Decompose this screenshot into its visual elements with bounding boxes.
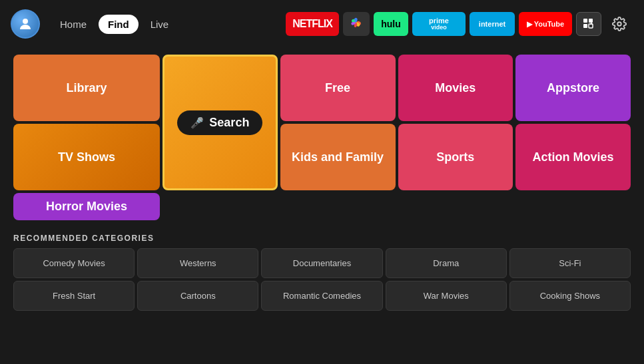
brand-logos: NETFLIX hulu prime video internet ▶ YouT… bbox=[286, 12, 633, 36]
nav-live[interactable]: Live bbox=[141, 15, 178, 34]
nav-find[interactable]: Find bbox=[99, 15, 139, 34]
library-button[interactable]: Library bbox=[13, 55, 160, 121]
movies-label: Movies bbox=[435, 81, 476, 95]
rec-war-movies[interactable]: War Movies bbox=[386, 281, 507, 311]
kids-label: Kids and Family bbox=[292, 150, 384, 164]
rec-sci-fi[interactable]: Sci-Fi bbox=[509, 248, 631, 278]
tv-shows-label: TV Shows bbox=[58, 150, 115, 164]
movies-button[interactable]: Movies bbox=[398, 55, 513, 121]
free-label: Free bbox=[325, 81, 350, 95]
top-navigation: Home Find Live NETFLIX hulu prime video … bbox=[0, 0, 644, 48]
free-button[interactable]: Free bbox=[280, 55, 396, 121]
nav-links: Home Find Live bbox=[51, 15, 178, 34]
tv-shows-button[interactable]: TV Shows bbox=[13, 124, 160, 190]
youtube-button[interactable]: ▶ YouTube bbox=[519, 12, 572, 36]
rec-cartoons[interactable]: Cartoons bbox=[137, 281, 258, 311]
internet-button[interactable]: internet bbox=[470, 12, 515, 36]
action-movies-button[interactable]: Action Movies bbox=[515, 124, 631, 190]
action-label: Action Movies bbox=[533, 150, 614, 164]
kids-family-button[interactable]: Kids and Family bbox=[280, 124, 396, 190]
hulu-button[interactable]: hulu bbox=[374, 12, 408, 36]
recommended-title: RECOMMENDED CATEGORIES bbox=[13, 234, 631, 243]
apps-grid-button[interactable] bbox=[576, 12, 601, 36]
svg-rect-3 bbox=[589, 19, 593, 23]
appstore-button[interactable]: Appstore bbox=[515, 55, 631, 121]
settings-button[interactable] bbox=[605, 12, 633, 36]
svg-point-8 bbox=[617, 22, 621, 26]
appstore-label: Appstore bbox=[547, 81, 599, 95]
prime-button[interactable]: prime video bbox=[412, 12, 466, 36]
search-inner: 🎤 Search bbox=[177, 110, 262, 135]
nav-home[interactable]: Home bbox=[51, 15, 96, 34]
horror-movies-button[interactable]: Horror Movies bbox=[13, 193, 160, 220]
rec-drama[interactable]: Drama bbox=[386, 248, 507, 278]
sports-label: Sports bbox=[436, 150, 474, 164]
svg-rect-4 bbox=[583, 24, 587, 28]
rec-cooking-shows[interactable]: Cooking Shows bbox=[509, 281, 631, 311]
recommended-section: RECOMMENDED CATEGORIES Comedy Movies Wes… bbox=[13, 234, 631, 311]
search-button[interactable]: 🎤 Search bbox=[162, 55, 278, 190]
svg-rect-2 bbox=[583, 19, 587, 23]
main-grid: 🎤 Search Library Free Movies Appstore TV… bbox=[13, 55, 631, 220]
peacock-button[interactable] bbox=[343, 12, 370, 36]
main-content: 🎤 Search Library Free Movies Appstore TV… bbox=[0, 48, 644, 311]
rec-westerns[interactable]: Westerns bbox=[137, 248, 258, 278]
rec-comedy-movies[interactable]: Comedy Movies bbox=[13, 248, 135, 278]
rec-documentaries[interactable]: Documentaries bbox=[261, 248, 382, 278]
netflix-button[interactable]: NETFLIX bbox=[286, 12, 339, 36]
horror-label: Horror Movies bbox=[46, 200, 127, 214]
svg-point-0 bbox=[23, 19, 28, 24]
svg-rect-5 bbox=[589, 24, 593, 28]
search-label: Search bbox=[209, 116, 249, 130]
library-label: Library bbox=[66, 81, 107, 95]
avatar[interactable] bbox=[11, 9, 40, 39]
sports-button[interactable]: Sports bbox=[398, 124, 513, 190]
recommended-grid: Comedy Movies Westerns Documentaries Dra… bbox=[13, 248, 631, 311]
mic-icon: 🎤 bbox=[190, 116, 204, 129]
rec-romantic-comedies[interactable]: Romantic Comedies bbox=[261, 281, 382, 311]
rec-fresh-start[interactable]: Fresh Start bbox=[13, 281, 135, 311]
